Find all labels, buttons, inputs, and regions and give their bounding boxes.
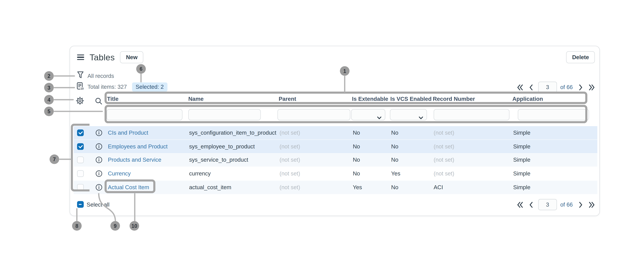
- row-title-link[interactable]: Actual Cost Item: [108, 184, 149, 191]
- next-page-button[interactable]: [575, 199, 586, 210]
- row-parent-cell: (not set): [280, 130, 300, 136]
- row-is-vcs-enabled-cell: No: [391, 184, 398, 191]
- tables-list-card: Tables New Delete All records 10 Total i…: [70, 46, 600, 216]
- row-checkbox[interactable]: [77, 184, 84, 191]
- info-icon[interactable]: [96, 157, 102, 164]
- filter-input-parent[interactable]: [278, 109, 350, 120]
- info-icon[interactable]: [96, 170, 102, 177]
- callout-line: [94, 191, 120, 223]
- svg-text:10: 10: [80, 87, 84, 90]
- row-is-vcs-enabled-cell: No: [391, 130, 398, 136]
- column-header-name[interactable]: Name: [188, 96, 204, 102]
- row-is-vcs-enabled-cell: No: [391, 157, 398, 163]
- filter-input-title[interactable]: [107, 109, 182, 120]
- context-menu-icon[interactable]: [77, 54, 84, 61]
- prev-page-button[interactable]: [526, 199, 536, 210]
- row-parent-cell: (not set): [280, 157, 300, 163]
- filter-select-is-vcs-enabled[interactable]: [390, 109, 427, 120]
- row-parent-cell: (not set): [280, 171, 300, 177]
- last-page-button[interactable]: [586, 199, 597, 210]
- row-checkbox[interactable]: [77, 170, 84, 177]
- row-title-link[interactable]: Currency: [108, 171, 131, 177]
- list-title-bar: Tables New: [77, 51, 144, 64]
- filter-input-application[interactable]: [518, 109, 589, 120]
- table-row: Employees and Product sys_employee_to_pr…: [74, 140, 597, 153]
- row-name-cell: sys_configuration_item_to_product: [189, 130, 276, 136]
- row-name-cell: currency: [189, 171, 211, 177]
- row-title-link[interactable]: Products and Service: [108, 157, 161, 163]
- callout-10: 10: [130, 221, 139, 231]
- row-application-cell: Simple: [513, 184, 530, 191]
- row-is-vcs-enabled-cell: No: [391, 143, 398, 150]
- table-rows: CIs and Product sys_configuration_item_t…: [74, 126, 597, 195]
- column-header-application[interactable]: Application: [512, 96, 543, 102]
- page-number-input[interactable]: [538, 82, 557, 93]
- callout-5: 5: [44, 107, 54, 116]
- row-record-number-cell: (not set): [434, 157, 454, 163]
- row-is-extendable-cell: No: [353, 143, 360, 150]
- prev-page-button[interactable]: [526, 82, 536, 93]
- callout-4: 4: [44, 95, 54, 104]
- totals-row: 10 Total items: 327 Selected: 2: [77, 82, 168, 91]
- page-title: Tables: [90, 52, 115, 62]
- column-header-record-number[interactable]: Record Number: [433, 96, 475, 102]
- row-application-cell: Simple: [513, 157, 530, 163]
- pagination-bottom: of 66: [515, 199, 597, 211]
- select-all-checkbox[interactable]: [77, 201, 84, 208]
- table-row: Products and Service sys_service_to_prod…: [74, 154, 597, 167]
- delete-button[interactable]: Delete: [566, 51, 595, 63]
- table-row: Currency currency (not set) No Yes (not …: [74, 167, 597, 181]
- row-is-extendable-cell: No: [353, 171, 360, 177]
- search-icon[interactable]: [95, 97, 102, 107]
- filter-select-is-extendable[interactable]: [351, 109, 385, 120]
- filter-summary-row: All records: [77, 71, 114, 80]
- row-checkbox[interactable]: [77, 157, 84, 163]
- first-page-button[interactable]: [515, 82, 526, 93]
- row-record-number-cell: (not set): [434, 130, 454, 136]
- callout-8: 8: [72, 221, 82, 231]
- info-icon[interactable]: [96, 129, 102, 136]
- filter-funnel-icon[interactable]: [77, 71, 84, 80]
- selected-count-badge: Selected: 2: [132, 82, 168, 91]
- column-header-parent[interactable]: Parent: [278, 96, 296, 102]
- page-count-label: of 66: [560, 202, 573, 208]
- row-title-link[interactable]: Employees and Product: [108, 143, 168, 150]
- info-icon[interactable]: [96, 143, 102, 150]
- chevron-down-icon: [377, 114, 382, 121]
- record-count-icon: 10: [77, 82, 84, 91]
- callout-3: 3: [44, 83, 54, 92]
- row-name-cell: actual_cost_item: [189, 184, 231, 191]
- filter-input-record-number[interactable]: [434, 109, 510, 120]
- last-page-button[interactable]: [586, 82, 597, 93]
- row-is-extendable-cell: Yes: [353, 184, 362, 191]
- column-header-is-extendable[interactable]: Is Extendable: [352, 96, 388, 102]
- row-checkbox[interactable]: [77, 129, 84, 136]
- row-title-link[interactable]: CIs and Product: [108, 130, 148, 136]
- list-settings-gear-icon[interactable]: [76, 97, 84, 107]
- row-application-cell: Simple: [513, 143, 530, 150]
- callout-7: 7: [50, 155, 59, 164]
- column-header-is-vcs-enabled[interactable]: Is VCS Enabled: [390, 96, 432, 102]
- filter-summary-label[interactable]: All records: [88, 73, 114, 79]
- info-icon[interactable]: [96, 184, 102, 191]
- next-page-button[interactable]: [575, 82, 586, 93]
- screenshot-stage: Tables New Delete All records 10 Total i…: [0, 0, 644, 272]
- row-record-number-cell: (not set): [434, 143, 454, 150]
- chevron-down-icon: [418, 114, 423, 121]
- row-is-vcs-enabled-cell: Yes: [391, 171, 400, 177]
- page-number-input[interactable]: [538, 199, 557, 210]
- table-row: CIs and Product sys_configuration_item_t…: [74, 126, 597, 140]
- row-application-cell: Simple: [513, 171, 530, 177]
- total-items-label: Total items: 327: [88, 84, 127, 90]
- table-row: Actual Cost Item actual_cost_item (not s…: [74, 181, 597, 194]
- pagination-top: of 66: [515, 81, 597, 93]
- callout-2: 2: [44, 71, 54, 81]
- column-header-title[interactable]: Title: [107, 96, 118, 102]
- first-page-button[interactable]: [515, 199, 526, 210]
- new-button[interactable]: New: [120, 51, 144, 63]
- row-checkbox[interactable]: [77, 143, 84, 150]
- filter-input-name[interactable]: [188, 109, 261, 120]
- row-is-extendable-cell: No: [353, 157, 360, 163]
- row-parent-cell: (not set): [280, 184, 300, 191]
- row-record-number-cell: (not set): [434, 171, 454, 177]
